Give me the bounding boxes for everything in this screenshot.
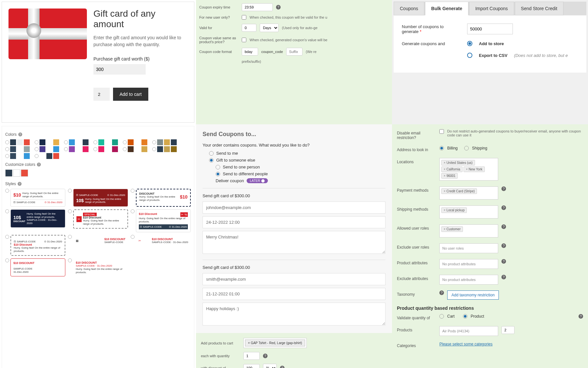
- send-coupons-panel: Send Coupons to... Your order contains c…: [196, 124, 392, 333]
- color-palette-option[interactable]: [152, 139, 177, 145]
- help-icon[interactable]: ?: [501, 186, 506, 191]
- format-prefix-input[interactable]: [242, 48, 258, 56]
- help-icon[interactable]: ?: [579, 314, 583, 319]
- help-icon[interactable]: ?: [501, 259, 506, 264]
- help-icon[interactable]: ?: [501, 224, 506, 229]
- expiry-input[interactable]: [242, 3, 273, 11]
- gift2-date-input[interactable]: [203, 288, 385, 300]
- color-palette-option[interactable]: [93, 139, 118, 145]
- help-icon[interactable]: ?: [280, 366, 285, 368]
- tab-store-credit[interactable]: Send Store Credit: [515, 2, 564, 15]
- add-to-cart-button[interactable]: Add to cart: [113, 88, 148, 101]
- gift-radio[interactable]: [209, 158, 214, 163]
- style-option[interactable]: $10 DISCOUNTSAMPLE-CODE · 31-Dec-2020Hur…: [68, 258, 128, 276]
- newuser-checkbox[interactable]: [242, 15, 246, 20]
- discount-of-label: with discount of: [201, 366, 240, 368]
- newuser-label: For new user only?: [199, 15, 238, 19]
- tab-bulk-generate[interactable]: Bulk Generate: [425, 2, 468, 15]
- product-select[interactable]: × GAP Tshirt - Red, Large (gap-tshirt): [243, 338, 307, 348]
- tab-coupons[interactable]: Coupons: [394, 2, 424, 15]
- worth-input[interactable]: [93, 64, 146, 75]
- products-input[interactable]: Air Pods (#4134): [439, 326, 498, 336]
- color-palette-option[interactable]: [35, 139, 59, 145]
- export-csv-label: Export to CSV: [479, 53, 507, 58]
- help-icon[interactable]: ?: [276, 5, 281, 9]
- style-option[interactable]: $10Hurry. Going fast! On the entire rang…: [5, 189, 65, 207]
- qty-restrictions-heading: Product quantity based restrictions: [397, 306, 583, 311]
- diff-people-radio[interactable]: [216, 172, 220, 176]
- shipping-input[interactable]: Local pickup: [439, 205, 498, 219]
- color-palette-option[interactable]: [35, 146, 59, 152]
- color-palette-option[interactable]: [123, 139, 147, 145]
- style-option[interactable]: $10 Discount✂ %Hurry. Going fast! On the…: [131, 209, 191, 232]
- payment-input[interactable]: Credit Card (Stripe): [439, 186, 498, 200]
- address-label: Address to look in: [397, 146, 436, 152]
- style-option[interactable]: ⊡ SAMPLE-CODE⊙ 31-Dec-202010$Hurry. Goin…: [68, 189, 128, 207]
- color-palette-option[interactable]: [93, 146, 118, 152]
- style-option[interactable]: $10 DISCOUNTSAMPLE-CODE31-Dec-2020: [5, 258, 65, 276]
- style-option[interactable]: ⊡ SAMPLE-CODE⊙ 31-Dec-2020$10 DiscountHu…: [5, 235, 65, 256]
- format-suffix-input[interactable]: [286, 48, 302, 56]
- gift2-email-input[interactable]: [203, 273, 385, 285]
- help-icon[interactable]: ?: [263, 354, 268, 358]
- attrs-input[interactable]: No product attributes: [439, 259, 498, 269]
- exclude-roles-input[interactable]: No user roles: [439, 243, 498, 253]
- giftcard-image: [8, 9, 87, 59]
- color-palette-option[interactable]: [5, 146, 30, 152]
- product-radio[interactable]: [463, 314, 467, 319]
- disable-email-checkbox[interactable]: [439, 129, 444, 134]
- style-option[interactable]: DISCOUNTHurry. Going fast! On the entire…: [131, 189, 191, 207]
- color-palette-option[interactable]: [64, 139, 89, 145]
- shipping-radio[interactable]: [464, 146, 469, 150]
- later-toggle[interactable]: LATER: [247, 178, 268, 183]
- products-label: Products: [397, 326, 436, 332]
- color-palette-option[interactable]: [5, 153, 30, 159]
- style-option[interactable]: ▦$10 DISCOUNTSAMPLE-CODE: [68, 235, 128, 256]
- add-taxonomy-button[interactable]: Add taxonomy restriction: [447, 290, 499, 300]
- gift1-email-input[interactable]: [203, 202, 385, 214]
- giftcard-panel: Gift card of any amount Enter the gift c…: [2, 2, 194, 123]
- help-icon[interactable]: ?: [439, 290, 444, 295]
- discount-unit-select[interactable]: %: [263, 364, 277, 368]
- send-me-radio[interactable]: [209, 151, 214, 156]
- style-option[interactable]: ✂$10 DISCOUNTSAMPLE-CODE · 31-Dec-2020: [131, 235, 191, 256]
- color-palette-option[interactable]: [152, 146, 177, 152]
- style-option[interactable]: ✂SPECIAL$10 DiscountHurry. Going fast! O…: [68, 209, 128, 232]
- categories-link[interactable]: Please select some categories: [439, 342, 493, 346]
- add-to-store-radio[interactable]: [467, 41, 472, 46]
- each-qty-input[interactable]: [243, 352, 260, 360]
- help-icon[interactable]: ?: [501, 205, 506, 210]
- valid-input[interactable]: [242, 24, 256, 32]
- style-option[interactable]: 10$DISCOUNTHurry. Going fast! On the ent…: [5, 209, 65, 232]
- custom-swatches[interactable]: [5, 169, 191, 177]
- help-icon[interactable]: ?: [501, 275, 506, 279]
- products-qty-input[interactable]: [501, 326, 514, 334]
- color-palette-option[interactable]: [35, 153, 59, 159]
- locations-input[interactable]: United States (us)CaliforniaNew York9600…: [439, 158, 498, 181]
- one-person-radio[interactable]: [216, 165, 220, 169]
- gift1-msg-input[interactable]: [203, 231, 385, 254]
- num-coupons-input[interactable]: [467, 24, 513, 34]
- valid-hint: (Used only for auto-ge: [282, 26, 318, 30]
- billing-radio[interactable]: [439, 146, 444, 150]
- qty-input[interactable]: [93, 88, 110, 101]
- export-csv-radio[interactable]: [467, 53, 472, 58]
- color-palette-option[interactable]: [5, 139, 30, 145]
- gift2-msg-input[interactable]: [203, 303, 385, 325]
- help-icon[interactable]: ?: [37, 163, 41, 166]
- cart-radio[interactable]: [439, 314, 444, 319]
- help-icon[interactable]: ?: [18, 182, 22, 186]
- format-hint: (We re: [306, 50, 317, 54]
- excl-attrs-input[interactable]: No product attributes: [439, 275, 498, 285]
- help-icon[interactable]: ?: [501, 243, 506, 248]
- color-palette-option[interactable]: [123, 146, 147, 152]
- allowed-roles-input[interactable]: Customer: [439, 224, 498, 237]
- color-palette-option[interactable]: [64, 146, 89, 152]
- help-icon[interactable]: ?: [18, 132, 22, 136]
- sameprice-checkbox[interactable]: [242, 38, 246, 42]
- gift1-date-input[interactable]: [203, 216, 385, 228]
- giftcard-title: Gift card of any amount: [93, 9, 188, 29]
- tab-import[interactable]: Import Coupons: [469, 2, 514, 15]
- valid-unit-select[interactable]: Days: [260, 24, 279, 32]
- discount-input[interactable]: [243, 364, 260, 368]
